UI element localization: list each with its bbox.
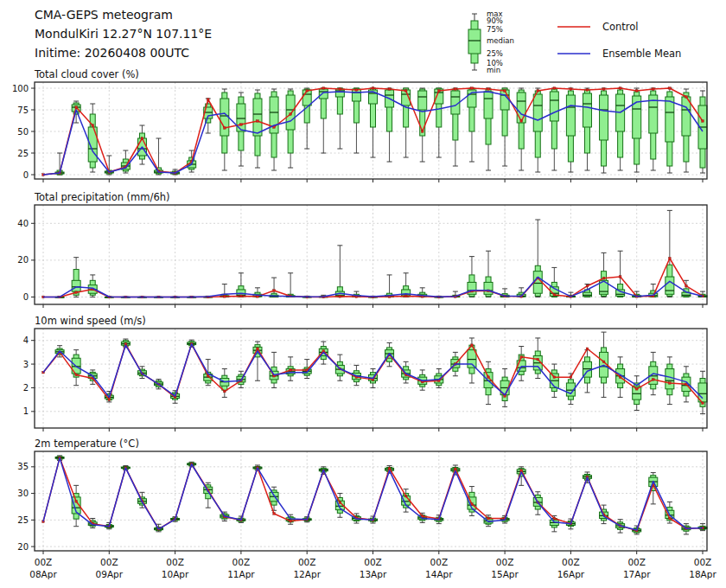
control-marker [322,87,325,90]
control-marker [455,88,457,91]
control-marker [240,124,243,126]
panel-title-wind-speed: 10m wind speed (m/s) [35,315,146,327]
control-marker [339,296,341,298]
control-marker [421,131,424,133]
y-tick-label: 3 [23,360,29,369]
panel-cloud-cover: 0255075100Total cloud cover (%) [12,68,707,182]
x-label-hour: 00Z [694,557,712,567]
control-marker [339,502,341,504]
box-25-75 [583,292,591,297]
box-25-75 [418,91,427,110]
x-label-hour: 00Z [364,557,382,567]
box-25-75 [517,93,525,123]
panel-temperature: 202530352m temperature (°C) [17,438,707,554]
control-marker [471,503,474,506]
control-marker [602,88,605,91]
y-tick-label: 25 [17,515,29,525]
control-marker [290,520,292,522]
control-marker [553,87,556,90]
box-25-75 [253,99,262,136]
x-label-day: 11Apr [227,569,255,579]
y-tick-label: 30 [17,489,29,498]
meteogram-chart: 0255075100Total cloud cover (%)02040Tota… [0,0,726,588]
control-marker [702,120,704,123]
control-marker [586,284,589,287]
control-marker [520,470,523,472]
box-25-75 [500,90,509,110]
control-marker [652,379,654,381]
control-marker [339,88,341,91]
control-marker [224,296,226,298]
y-tick-label: 35 [17,462,29,471]
x-label-hour: 00Z [627,557,646,567]
box-25-75 [72,280,80,291]
x-label-day: 15Apr [491,569,519,579]
control-marker [619,87,621,90]
control-marker [702,402,704,405]
x-label-day: 09Apr [96,569,124,579]
x-label-hour: 00Z [35,557,53,567]
box-25-75 [600,95,608,140]
control-marker [537,358,539,361]
control-marker [207,99,209,101]
control-marker [504,90,506,93]
control-marker [520,120,523,123]
control-marker [75,374,78,376]
x-label-hour: 00Z [430,557,449,567]
x-label-day: 12Apr [293,569,321,579]
y-tick-label: 40 [17,219,29,228]
control-marker [619,276,621,278]
control-marker [586,89,589,92]
control-marker [669,517,672,520]
control-marker [553,376,556,379]
x-label-day: 14Apr [425,569,453,579]
panel-title-cloud-cover: Total cloud cover (%) [34,68,139,80]
control-marker [471,344,474,347]
box-25-75 [666,277,674,294]
control-marker [290,369,292,372]
y-tick-label: 2 [23,383,29,393]
y-tick-label: 25 [17,149,29,158]
y-tick-label: 75 [17,105,29,115]
x-label-hour: 00Z [100,557,118,567]
control-marker [487,517,490,520]
legend-stat-label: 75% [487,25,503,34]
x-label-hour: 00Z [166,557,184,567]
x-label-day: 13Apr [360,569,387,579]
control-marker [92,125,94,127]
legend-stat-label: 25% [487,49,503,58]
box-25-75 [550,92,558,121]
panel-wind-speed: 123410m wind speed (m/s) [23,315,707,431]
control-marker [404,495,407,497]
x-label-hour: 00Z [298,557,316,567]
control-marker [273,290,276,292]
box-25-75 [566,95,575,136]
control-marker [257,348,259,350]
x-label-day: 10Apr [162,569,189,579]
box-25-75 [286,95,295,130]
control-marker [520,356,523,359]
control-marker [290,113,292,116]
control-marker [257,120,259,123]
control-marker [455,468,457,470]
panel-title-temperature: 2m temperature (°C) [35,438,139,450]
control-marker [685,96,688,99]
control-marker [224,127,226,130]
control-marker [75,291,78,294]
panel-background [35,451,707,551]
control-marker [570,88,572,91]
panel-title-precipitation: Total precipitation (mm/6h) [34,191,169,203]
box-25-75 [666,369,674,389]
control-marker [471,87,474,90]
legend-box-25-75 [468,29,481,54]
legend-stat-label: median [487,36,514,45]
control-marker [537,90,539,93]
control-marker [635,90,638,93]
y-tick-label: 0 [23,292,29,302]
x-label-day: 16Apr [557,569,585,579]
box-25-75 [583,93,591,127]
control-marker [404,90,407,93]
control-marker [224,390,226,393]
box-25-75 [533,94,542,131]
y-tick-label: 4 [23,336,29,345]
